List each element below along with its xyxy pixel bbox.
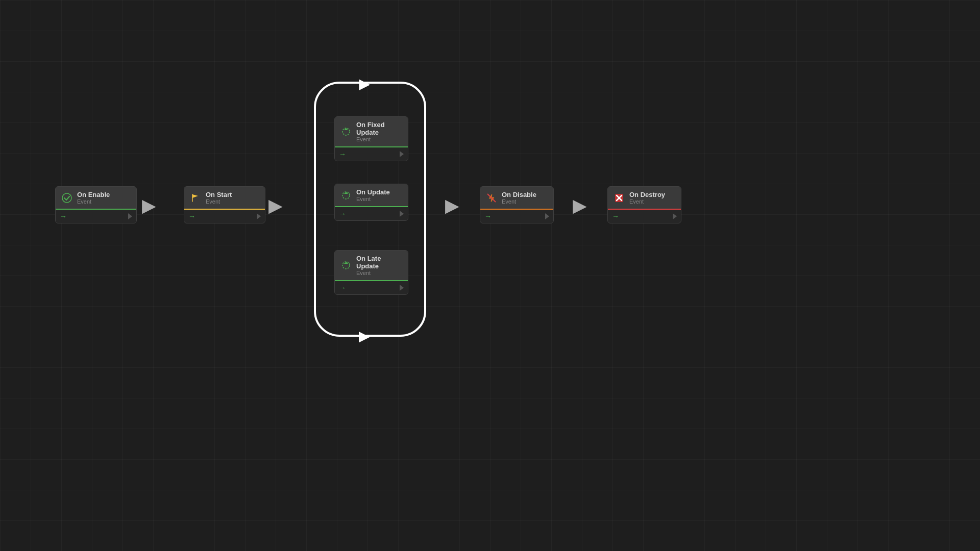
exec-port-fu — [400, 151, 404, 157]
node-footer-late-update: → — [335, 281, 408, 294]
node-subtitle-on-enable: Event — [77, 198, 110, 205]
exec-port-dest — [673, 213, 677, 219]
node-footer-disable: → — [480, 210, 553, 223]
node-footer-on-start: → — [184, 210, 265, 223]
node-header-on-start: On Start Event — [184, 187, 265, 210]
port-arrow-icon-fu: → — [339, 150, 346, 158]
node-title-on-start: On Start — [206, 191, 232, 198]
node-header-on-update: On Update Event — [335, 184, 408, 207]
connector-3: ▶ — [445, 196, 459, 215]
node-header-on-fixed-update: On Fixed Update Event — [335, 117, 408, 147]
exec-port-u — [400, 211, 404, 217]
arrow-icon-1: ▶ — [142, 196, 156, 215]
port-arrow-icon-lu: → — [339, 284, 346, 292]
node-subtitle-on-fixed-update: Event — [356, 136, 403, 142]
refresh-icon-update — [340, 189, 352, 202]
port-arrow-icon-dis: → — [484, 212, 492, 220]
node-subtitle-on-destroy: Event — [629, 198, 665, 205]
node-header-on-late-update: On Late Update Event — [335, 251, 408, 281]
node-footer-update: → — [335, 207, 408, 220]
node-footer-destroy: → — [608, 210, 681, 223]
connector-2: ▶ — [268, 196, 283, 215]
output-port-row: → — [60, 212, 67, 220]
node-title-on-late-update: On Late Update — [356, 255, 403, 270]
refresh-icon-late — [340, 259, 352, 271]
port-arrow-icon-dest: → — [612, 212, 619, 220]
node-footer-fixed-update: → — [335, 147, 408, 161]
node-header-on-disable: On Disable Event — [480, 187, 553, 210]
node-on-enable[interactable]: On Enable Event → — [55, 186, 137, 223]
exec-port — [128, 213, 132, 219]
loop-arrow-top: ◀ — [359, 78, 370, 94]
node-header-on-enable: On Enable Event — [56, 187, 136, 210]
output-port-row-lu: → — [339, 284, 346, 292]
node-footer-on-enable: → — [56, 210, 136, 223]
lightning-icon — [485, 192, 498, 204]
output-port-row-dis: → — [484, 212, 492, 220]
node-subtitle-on-update: Event — [356, 196, 390, 202]
arrow-icon-2: ▶ — [268, 196, 283, 215]
node-on-start[interactable]: On Start Event → — [184, 186, 265, 223]
node-on-update[interactable]: On Update Event → — [334, 184, 408, 221]
exec-port-lu — [400, 285, 404, 291]
node-subtitle-on-start: Event — [206, 198, 232, 205]
node-title-on-update: On Update — [356, 188, 390, 196]
loop-arrow-bottom: ▶ — [359, 328, 370, 344]
output-port-row-fu: → — [339, 150, 346, 158]
node-title-on-enable: On Enable — [77, 191, 110, 198]
node-on-fixed-update[interactable]: On Fixed Update Event → — [334, 116, 408, 161]
checkmark-icon — [61, 192, 73, 204]
refresh-icon-fixed — [340, 126, 352, 138]
node-on-destroy[interactable]: On Destroy Event → — [607, 186, 681, 223]
svg-point-0 — [62, 193, 71, 203]
node-title-on-destroy: On Destroy — [629, 191, 665, 198]
port-arrow-icon: → — [60, 212, 67, 220]
port-arrow-icon-start: → — [188, 212, 195, 220]
arrow-icon-4: ▶ — [573, 196, 587, 215]
output-port-row-u: → — [339, 210, 346, 218]
node-subtitle-on-late-update: Event — [356, 270, 403, 276]
exec-port-dis — [545, 213, 549, 219]
node-on-disable[interactable]: On Disable Event → — [480, 186, 554, 223]
connector-1: ▶ — [142, 196, 156, 215]
output-port-row-dest: → — [612, 212, 619, 220]
node-on-late-update[interactable]: On Late Update Event → — [334, 250, 408, 295]
node-header-on-destroy: On Destroy Event — [608, 187, 681, 210]
node-title-on-fixed-update: On Fixed Update — [356, 121, 403, 136]
connector-4: ▶ — [573, 196, 587, 215]
node-subtitle-on-disable: Event — [502, 198, 536, 205]
output-port-row-start: → — [188, 212, 195, 220]
x-mark-icon — [613, 192, 625, 204]
node-title-on-disable: On Disable — [502, 191, 536, 198]
port-arrow-icon-u: → — [339, 210, 346, 218]
exec-port-start — [257, 213, 261, 219]
flag-icon — [189, 192, 202, 204]
node-canvas[interactable]: ◀ ▶ On Enable Event → ▶ — [0, 0, 980, 551]
arrow-icon-3: ▶ — [445, 196, 459, 215]
